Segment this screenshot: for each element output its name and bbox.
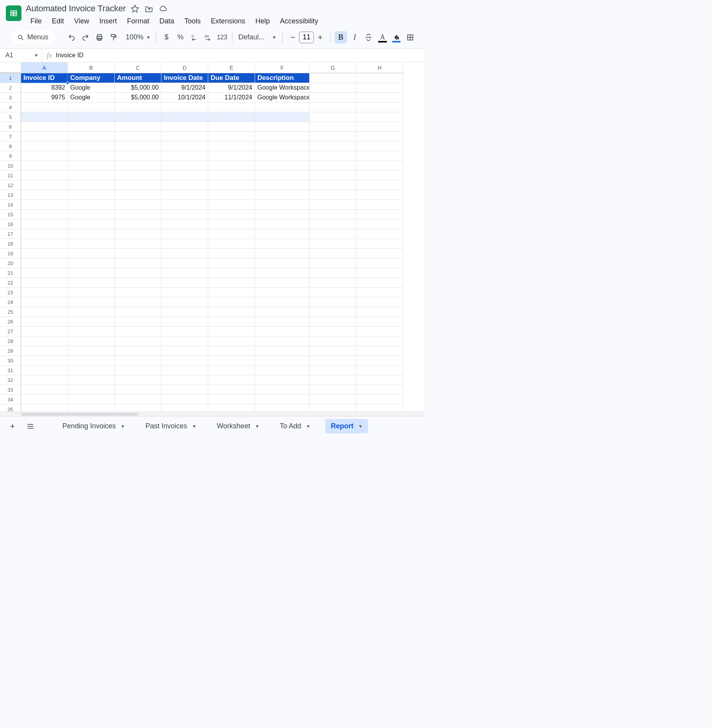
cell-H19[interactable] xyxy=(356,249,403,258)
cell-F20[interactable] xyxy=(255,258,310,268)
cell-H18[interactable] xyxy=(356,239,403,249)
cell-F31[interactable] xyxy=(255,366,310,375)
sheet-tab-to-add[interactable]: To Add▼ xyxy=(275,419,316,433)
row-header-17[interactable]: 17 xyxy=(0,229,21,239)
print-button[interactable] xyxy=(93,31,106,44)
cell-A14[interactable] xyxy=(21,200,68,210)
cell-D30[interactable] xyxy=(161,356,208,366)
cell-C27[interactable] xyxy=(115,327,161,336)
row-header-14[interactable]: 14 xyxy=(0,200,21,210)
cell-B24[interactable] xyxy=(68,297,115,307)
cell-C15[interactable] xyxy=(115,210,161,219)
cell-A18[interactable] xyxy=(21,239,68,249)
row-header-7[interactable]: 7 xyxy=(0,132,21,141)
cell-E35[interactable] xyxy=(208,405,255,412)
cell-E25[interactable] xyxy=(208,307,255,317)
cell-H8[interactable] xyxy=(356,141,403,151)
cell-G15[interactable] xyxy=(310,210,356,219)
menu-view[interactable]: View xyxy=(69,16,94,27)
cell-H27[interactable] xyxy=(356,327,403,336)
cell-A30[interactable] xyxy=(21,356,68,366)
cell-E23[interactable] xyxy=(208,288,255,297)
cell-F16[interactable] xyxy=(255,219,310,229)
cell-C1[interactable]: Amount xyxy=(115,73,161,83)
cell-E16[interactable] xyxy=(208,219,255,229)
cell-A15[interactable] xyxy=(21,210,68,219)
cell-E26[interactable] xyxy=(208,317,255,327)
cell-F14[interactable] xyxy=(255,200,310,210)
menu-extensions[interactable]: Extensions xyxy=(206,16,250,27)
row-header-33[interactable]: 33 xyxy=(0,385,21,395)
cell-H25[interactable] xyxy=(356,307,403,317)
cell-A27[interactable] xyxy=(21,327,68,336)
cell-G29[interactable] xyxy=(310,346,356,356)
cell-H11[interactable] xyxy=(356,171,403,180)
row-header-16[interactable]: 16 xyxy=(0,219,21,229)
row-header-31[interactable]: 31 xyxy=(0,366,21,375)
percent-button[interactable]: % xyxy=(174,31,187,44)
sheet-tab-menu-icon[interactable]: ▼ xyxy=(255,424,260,429)
cell-C3[interactable]: $5,000.00 xyxy=(115,93,161,102)
row-header-30[interactable]: 30 xyxy=(0,356,21,366)
cell-A20[interactable] xyxy=(21,258,68,268)
cell-C6[interactable] xyxy=(115,122,161,132)
cell-G23[interactable] xyxy=(310,288,356,297)
cell-E2[interactable]: 9/1/2024 xyxy=(208,83,255,93)
cell-H32[interactable] xyxy=(356,375,403,385)
cell-A7[interactable] xyxy=(21,132,68,141)
row-header-9[interactable]: 9 xyxy=(0,151,21,161)
increase-decimal-button[interactable]: .00 xyxy=(202,31,214,44)
cell-E14[interactable] xyxy=(208,200,255,210)
font-size-increase-button[interactable]: + xyxy=(314,31,326,44)
cell-D20[interactable] xyxy=(161,258,208,268)
cell-D1[interactable]: Invoice Date xyxy=(161,73,208,83)
cell-B22[interactable] xyxy=(68,278,115,288)
cell-D29[interactable] xyxy=(161,346,208,356)
col-header-D[interactable]: D xyxy=(161,62,208,73)
col-header-C[interactable]: C xyxy=(115,62,161,73)
cell-E19[interactable] xyxy=(208,249,255,258)
cell-C5[interactable] xyxy=(115,112,161,122)
cell-H14[interactable] xyxy=(356,200,403,210)
cell-E8[interactable] xyxy=(208,141,255,151)
cell-D31[interactable] xyxy=(161,366,208,375)
cell-B19[interactable] xyxy=(68,249,115,258)
cell-D24[interactable] xyxy=(161,297,208,307)
cell-D32[interactable] xyxy=(161,375,208,385)
fill-handle[interactable] xyxy=(66,81,69,85)
cell-F29[interactable] xyxy=(255,346,310,356)
cell-E30[interactable] xyxy=(208,356,255,366)
cell-E7[interactable] xyxy=(208,132,255,141)
cell-F6[interactable] xyxy=(255,122,310,132)
cell-G18[interactable] xyxy=(310,239,356,249)
cell-G7[interactable] xyxy=(310,132,356,141)
cell-E21[interactable] xyxy=(208,268,255,278)
cell-G30[interactable] xyxy=(310,356,356,366)
cell-C11[interactable] xyxy=(115,171,161,180)
italic-button[interactable]: I xyxy=(349,31,361,44)
cell-H23[interactable] xyxy=(356,288,403,297)
redo-button[interactable] xyxy=(79,31,92,44)
cell-G27[interactable] xyxy=(310,327,356,336)
cell-D13[interactable] xyxy=(161,190,208,200)
cell-G33[interactable] xyxy=(310,385,356,395)
menu-tools[interactable]: Tools xyxy=(180,16,205,27)
cell-F17[interactable] xyxy=(255,229,310,239)
cell-H1[interactable] xyxy=(356,73,403,83)
cell-G32[interactable] xyxy=(310,375,356,385)
cell-D17[interactable] xyxy=(161,229,208,239)
cell-G3[interactable] xyxy=(310,93,356,102)
cell-E20[interactable] xyxy=(208,258,255,268)
font-size-decrease-button[interactable]: − xyxy=(287,31,299,44)
cell-A22[interactable] xyxy=(21,278,68,288)
cell-H6[interactable] xyxy=(356,122,403,132)
row-header-22[interactable]: 22 xyxy=(0,278,21,288)
row-header-28[interactable]: 28 xyxy=(0,336,21,346)
cell-C10[interactable] xyxy=(115,161,161,171)
cell-C14[interactable] xyxy=(115,200,161,210)
cell-E24[interactable] xyxy=(208,297,255,307)
cell-A2[interactable]: 8392 xyxy=(21,83,68,93)
cell-B35[interactable] xyxy=(68,405,115,412)
cell-A9[interactable] xyxy=(21,151,68,161)
cell-C9[interactable] xyxy=(115,151,161,161)
